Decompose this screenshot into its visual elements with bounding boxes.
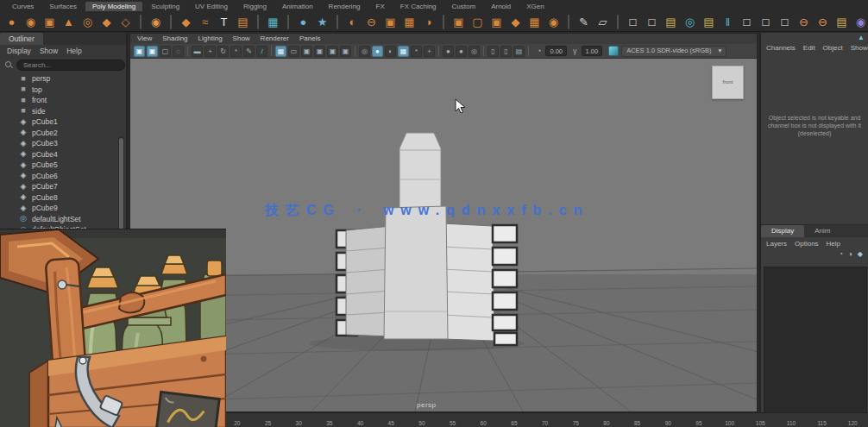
layer-action-icon[interactable]: ◑ [848,250,852,258]
outliner-item[interactable]: ■ top [0,85,126,96]
vp-toolbar-icon[interactable]: ● [443,46,454,57]
shelf-tool-icon[interactable]: ★ [314,14,330,30]
shelf-tool-icon[interactable]: ◆ [507,14,524,30]
vp-toolbar-icon[interactable]: ◌ [173,46,184,57]
le-menu-help[interactable]: Help [827,240,840,248]
outliner-item[interactable]: ◈ pCube9 [0,203,126,214]
vp-toolbar-icon[interactable]: ↻ [217,46,229,57]
shelf-tool-icon[interactable]: ● [295,14,311,30]
shelf-tool-icon[interactable]: ‖ [720,14,736,30]
shelf-tab[interactable]: Surfaces [42,2,84,11]
vp-toolbar-icon[interactable]: ▣ [301,46,312,57]
outliner-item[interactable]: ◈ pCube5 [0,160,126,171]
outliner-item[interactable]: ◈ pCube3 [0,138,126,149]
timeline-frame-tick[interactable]: 70 [530,413,561,427]
vp-toolbar-icon[interactable]: ◎ [469,46,480,57]
vp-menu-renderer[interactable]: Renderer [261,35,289,44]
vp-toolbar-icon[interactable]: * [411,46,422,57]
timeline-frame-tick[interactable]: 95 [683,413,714,427]
vp-menu-panels[interactable]: Panels [299,35,320,44]
shelf-tool-icon[interactable]: ⊖ [363,14,380,30]
timeline-frame-tick[interactable]: 25 [253,413,284,427]
vp-toolbar-icon[interactable]: * [230,46,242,57]
outliner-item[interactable]: ◈ pCube2 [0,128,126,139]
vp-toolbar-icon[interactable] [355,46,355,56]
outliner-item[interactable]: ■ side [0,106,126,117]
floating-thumbnail[interactable]: front [712,66,744,99]
shelf-tool-icon[interactable]: ● [3,14,20,30]
vp-toolbar-icon[interactable]: ▦ [398,46,409,57]
gamma-field[interactable]: 1.00 [582,46,603,56]
timeline-frame-tick[interactable]: 80 [591,413,622,427]
shelf-tab[interactable]: FX [369,2,392,11]
cb-menu-channels[interactable]: Channels [766,44,796,52]
shelf-tool-icon[interactable]: T [216,14,232,30]
shelf-tool-icon[interactable]: ≈ [197,14,213,30]
timeline-frame-tick[interactable]: 50 [406,413,437,427]
vp-toolbar-icon[interactable]: ▯ [487,46,499,57]
vp-toolbar-icon[interactable] [528,46,529,56]
layer-list[interactable] [764,267,867,424]
timeline-frame-tick[interactable]: 30 [283,413,314,427]
shelf-tool-icon[interactable]: ▦ [265,14,281,30]
shelf-tab[interactable]: Arnold [484,2,518,11]
gamma-icon[interactable]: γ [573,47,577,55]
timeline-frame-tick[interactable]: 45 [375,413,406,427]
vp-toolbar-icon[interactable]: ▬ [192,46,203,57]
shelf-tool-icon[interactable]: ▦ [401,14,418,30]
timeline-frame-tick[interactable]: 120 [837,413,868,427]
timeline-frame-tick[interactable]: 40 [345,413,376,427]
timeline-frame-tick[interactable]: 85 [622,413,653,427]
vp-toolbar-icon[interactable]: ✎ [243,46,255,57]
vp-toolbar-icon[interactable]: ▦ [275,46,286,57]
vp-menu-view[interactable]: View [137,35,152,44]
vp-toolbar-icon[interactable] [483,46,484,56]
vp-toolbar-icon[interactable]: + [204,46,216,57]
shelf-tool-icon[interactable]: ⊖ [796,14,812,30]
vp-toolbar-icon[interactable]: ▭ [288,46,299,57]
vp-toolbar-icon[interactable]: ◎ [359,46,370,57]
outliner-item[interactable]: ■ front [0,95,126,106]
timeline-frame-tick[interactable]: 100 [714,413,745,427]
le-menu-layers[interactable]: Layers [766,240,787,248]
cb-menu-object[interactable]: Object [823,44,843,52]
shelf-tool-icon[interactable]: ▦ [526,14,543,30]
shelf-tool-icon[interactable] [443,15,444,29]
timeline-frame-tick[interactable]: 35 [314,413,345,427]
timeline-frame-tick[interactable]: 115 [807,413,838,427]
timeline-frame-tick[interactable]: 55 [437,413,469,427]
shelf-tool-icon[interactable]: ▣ [41,14,58,30]
vp-toolbar-icon[interactable] [271,46,272,56]
outliner-menu-show[interactable]: Show [40,47,58,56]
shelf-tool-icon[interactable]: □ [644,14,660,30]
layer-editor-tab[interactable]: Display [761,225,804,237]
shelf-tool-icon[interactable] [568,15,569,29]
shelf-tool-icon[interactable]: ◆ [98,14,115,30]
shelf-tool-icon[interactable] [170,15,172,29]
outliner-item[interactable]: ◈ pCube1 [0,116,126,128]
shelf-tool-icon[interactable] [257,15,259,29]
shelf-tab[interactable]: Curves [5,2,41,11]
vp-toolbar-icon[interactable]: ▯ [500,46,512,57]
shelf-tool-icon[interactable]: ▱ [594,14,611,30]
shelf-tool-icon[interactable]: ◉ [148,14,164,30]
shelf-tool-icon[interactable]: □ [758,14,774,30]
outliner-item[interactable]: ◈ pCube7 [0,181,126,192]
shelf-tool-icon[interactable]: □ [625,14,641,30]
shelf-tab[interactable]: FX Caching [393,2,443,11]
shelf-tool-icon[interactable]: ▤ [663,14,679,30]
shelf-tool-icon[interactable]: ▣ [450,14,467,30]
shelf-tool-icon[interactable]: ▲ [60,14,77,30]
color-management-icon[interactable] [608,46,619,56]
vp-toolbar-icon[interactable]: ▣ [134,46,145,57]
shelf-tool-icon[interactable] [617,15,619,29]
vp-toolbar-icon[interactable]: + [424,46,435,57]
layer-action-icon[interactable]: ◔ [839,250,843,258]
vp-toolbar-icon[interactable]: ▢ [160,46,171,57]
shelf-tool-icon[interactable]: ◎ [79,14,96,30]
cb-menu-edit[interactable]: Edit [803,44,815,52]
shelf-tool-icon[interactable]: □ [777,14,793,30]
timeline-frame-tick[interactable]: 110 [776,413,807,427]
shelf-tool-icon[interactable]: ◇ [117,14,134,30]
exposure-field[interactable]: 0.00 [545,46,567,56]
